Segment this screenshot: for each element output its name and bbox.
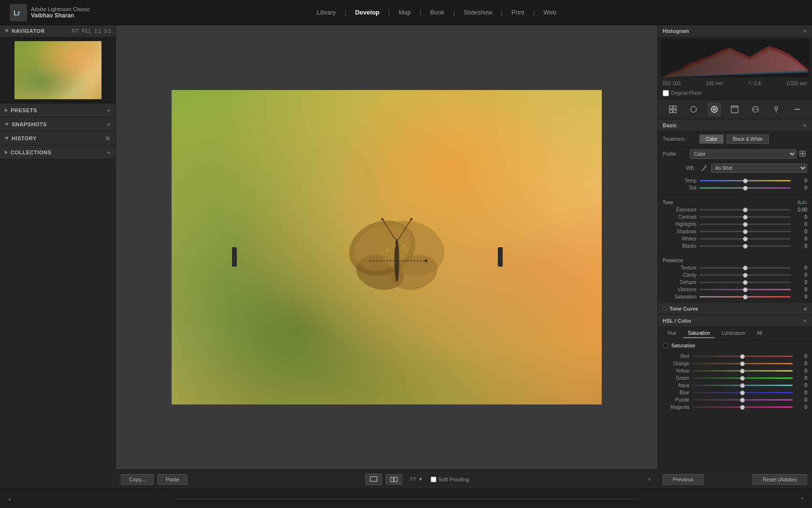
navigator-header[interactable]: Navigator FIT FILL 1:1 3:1 xyxy=(0,25,116,37)
zoom-fit[interactable]: FIT xyxy=(72,29,79,34)
green-sat-thumb[interactable] xyxy=(740,376,745,381)
green-sat-label: Green xyxy=(663,375,689,381)
nav-book[interactable]: Book xyxy=(423,6,451,19)
tint-slider-thumb[interactable] xyxy=(743,186,748,191)
exposure-minus-icon[interactable] xyxy=(790,103,804,116)
tone-auto-button[interactable]: Auto xyxy=(797,200,807,205)
bw-treatment-button[interactable]: Black & White xyxy=(726,134,769,144)
contrast-thumb[interactable] xyxy=(743,215,748,220)
aqua-sat-thumb[interactable] xyxy=(740,383,745,388)
contrast-track[interactable] xyxy=(699,216,791,218)
zoom-1-1[interactable]: 1:1 xyxy=(94,29,101,34)
blacks-thumb[interactable] xyxy=(743,244,748,249)
circle-crop-icon[interactable] xyxy=(687,103,700,116)
hsl-tab-all[interactable]: All xyxy=(752,329,767,338)
red-sat-track[interactable] xyxy=(692,356,793,357)
nav-slideshow[interactable]: Slideshow xyxy=(457,6,499,19)
nav-map[interactable]: Map xyxy=(392,6,418,19)
blacks-track[interactable] xyxy=(699,245,791,247)
tint-slider-track[interactable] xyxy=(699,187,791,189)
shadows-thumb[interactable] xyxy=(743,229,748,234)
original-photo-checkbox[interactable] xyxy=(663,90,669,96)
dehaze-track[interactable] xyxy=(699,282,791,283)
histogram-header[interactable]: Histogram ▼ xyxy=(658,25,812,37)
exposure-track[interactable] xyxy=(699,209,791,210)
nav-web[interactable]: Web xyxy=(536,6,563,19)
yellow-sat-thumb[interactable] xyxy=(740,369,745,374)
red-sat-thumb[interactable] xyxy=(740,354,745,359)
previous-button[interactable]: Previous xyxy=(663,474,704,485)
right-panel-toggle[interactable]: › xyxy=(498,247,503,267)
bottom-down-arrow[interactable]: ▼ xyxy=(798,496,807,501)
yellow-sat-track[interactable] xyxy=(692,370,793,372)
vibrance-track[interactable] xyxy=(699,289,791,290)
gradient-filter-icon[interactable] xyxy=(728,103,741,116)
zoom-3-1[interactable]: 3:1 xyxy=(104,29,111,34)
soft-proofing-checkbox[interactable] xyxy=(431,477,436,482)
purple-sat-thumb[interactable] xyxy=(740,398,745,403)
shadows-track[interactable] xyxy=(699,231,791,232)
saturation-collapse-dot[interactable] xyxy=(663,343,668,348)
copy-button[interactable]: Copy... xyxy=(121,474,154,485)
hsl-tab-saturation[interactable]: Saturation xyxy=(683,329,715,338)
texture-track[interactable] xyxy=(699,267,791,269)
zoom-fill[interactable]: FILL xyxy=(82,29,91,34)
radial-filter-icon[interactable] xyxy=(749,103,762,116)
exposure-thumb[interactable] xyxy=(743,208,748,212)
filmstrip-toggle[interactable]: ▼ xyxy=(647,476,652,483)
highlights-track[interactable] xyxy=(699,224,791,225)
spot-removal-icon[interactable] xyxy=(708,103,721,116)
snapshots-header[interactable]: Snapshots + xyxy=(0,118,116,131)
collections-header[interactable]: Collections + xyxy=(0,146,116,159)
wb-select[interactable]: As Shot Auto Daylight Cloudy Shade Tungs… xyxy=(711,164,807,173)
presets-add-button[interactable]: + xyxy=(107,106,111,114)
hsl-tab-luminance[interactable]: Luminance xyxy=(717,329,750,338)
whites-thumb[interactable] xyxy=(743,237,748,241)
collections-add-button[interactable]: + xyxy=(107,149,111,156)
profile-select[interactable]: Color Adobe Color Adobe Landscape Adobe … xyxy=(690,149,797,159)
blue-sat-track[interactable] xyxy=(692,392,793,393)
saturation-track[interactable] xyxy=(699,296,791,298)
color-treatment-button[interactable]: Color xyxy=(699,134,724,144)
basic-header[interactable]: Basic ▼ xyxy=(658,120,812,132)
snapshots-add-button[interactable]: + xyxy=(107,120,111,128)
texture-thumb[interactable] xyxy=(743,266,748,270)
view-compare-button[interactable] xyxy=(386,474,402,485)
histogram-aperture: f / 2.8 xyxy=(749,81,761,86)
clarity-track[interactable] xyxy=(699,274,791,276)
tone-curve-header[interactable]: Tone Curve ◄ xyxy=(658,303,812,314)
bottom-up-arrow[interactable]: ▲ xyxy=(5,496,14,501)
profile-grid-icon[interactable] xyxy=(799,150,807,158)
left-panel-toggle[interactable]: ‹ xyxy=(232,247,237,267)
temp-slider-thumb[interactable] xyxy=(743,179,748,183)
orange-sat-track[interactable] xyxy=(692,363,793,364)
magenta-sat-track[interactable] xyxy=(692,406,793,408)
vibrance-thumb[interactable] xyxy=(743,287,748,292)
nav-library[interactable]: Library xyxy=(310,6,343,19)
history-header[interactable]: History ✕ xyxy=(0,132,116,145)
temp-slider-track[interactable] xyxy=(699,180,791,181)
nav-print[interactable]: Print xyxy=(505,6,531,19)
magenta-sat-thumb[interactable] xyxy=(740,405,745,410)
blue-sat-thumb[interactable] xyxy=(740,390,745,395)
green-sat-track[interactable] xyxy=(692,377,793,379)
hsl-header[interactable]: HSL / Color ▼ xyxy=(658,315,812,327)
wb-eyedropper-button[interactable] xyxy=(699,164,708,173)
purple-sat-track[interactable] xyxy=(692,399,793,401)
history-close-button[interactable]: ✕ xyxy=(105,134,111,142)
dehaze-thumb[interactable] xyxy=(743,280,748,285)
reset-adobe-button[interactable]: Reset (Adobe) xyxy=(753,474,807,485)
adjustment-brush-icon[interactable] xyxy=(769,103,783,116)
nav-develop[interactable]: Develop xyxy=(348,6,387,19)
clarity-thumb[interactable] xyxy=(743,273,748,278)
orange-sat-thumb[interactable] xyxy=(740,361,745,366)
presets-header[interactable]: Presets + xyxy=(0,104,116,117)
paste-button[interactable]: Paste xyxy=(158,474,188,485)
hsl-tab-hue[interactable]: Hue xyxy=(663,329,681,338)
saturation-thumb[interactable] xyxy=(743,295,748,299)
whites-track[interactable] xyxy=(699,238,791,239)
aqua-sat-track[interactable] xyxy=(692,385,793,386)
highlights-thumb[interactable] xyxy=(743,222,748,227)
view-loupe-button[interactable] xyxy=(365,474,382,485)
grid-tool-icon[interactable] xyxy=(666,103,680,116)
